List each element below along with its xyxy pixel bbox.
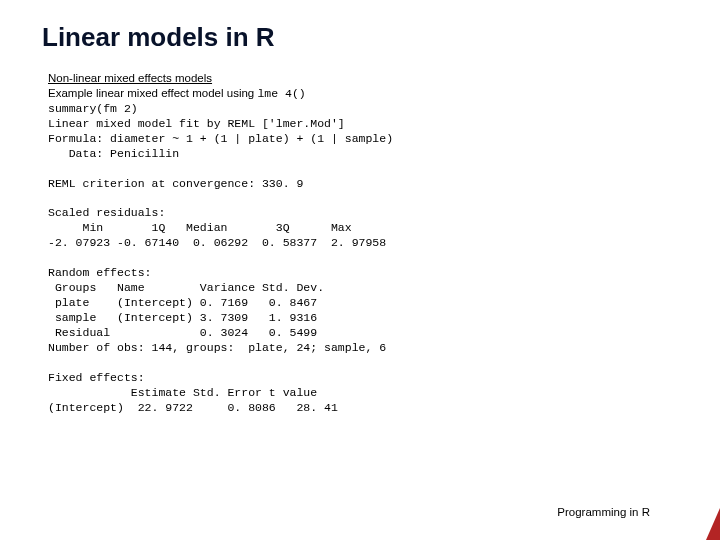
slide-body: Non-linear mixed effects models Example … [0,53,720,416]
page-title: Linear models in R [0,0,720,53]
example-code: lme 4() [257,87,305,100]
corner-accent [706,508,720,540]
section-subhead: Non-linear mixed effects models [48,71,720,86]
footer-text: Programming in R [557,506,650,518]
example-line: Example linear mixed effect model using … [48,86,720,102]
code-output: summary(fm 2) Linear mixed model fit by … [48,102,720,416]
example-prefix: Example linear mixed effect model using [48,87,257,99]
